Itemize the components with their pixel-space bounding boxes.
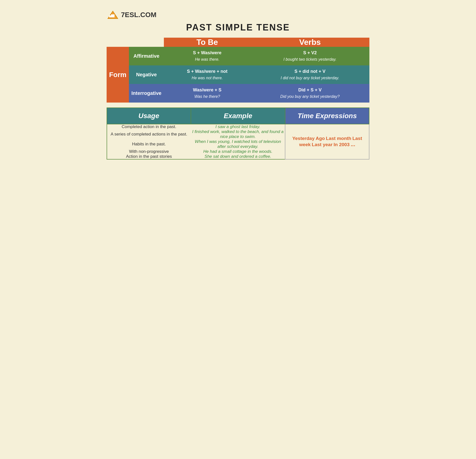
usage-row-0: Completed action in the past. I saw a gh…: [107, 124, 369, 129]
form-header-empty: [107, 38, 164, 47]
negative-verbs-cell: S + did not + V I did not buy any ticket…: [250, 65, 369, 84]
example-2: When I was young, I watched lots of tele…: [191, 139, 285, 149]
page-wrapper: 7ESL.COM PAST SIMPLE TENSE To Be Verbs F…: [102, 5, 374, 164]
affirmative-label: Affirmative: [129, 47, 164, 65]
logo-area: 7ESL.COM: [107, 10, 369, 20]
form-table: To Be Verbs Form Affirmative S + Was/wer…: [107, 38, 369, 103]
usage-table: Usage Example Time Expressions Completed…: [107, 108, 369, 160]
usage-1: A series of completed actions in the pas…: [107, 129, 191, 139]
usage-4: Action in the past stories: [107, 154, 191, 159]
affirmative-row: Form Affirmative S + Was/were He was the…: [107, 47, 369, 65]
usage-2: Habits in the past.: [107, 139, 191, 149]
time-expressions-header: Time Expressions: [285, 108, 369, 124]
interrogative-row: Interrogative Was/were + S Was he there?…: [107, 84, 369, 103]
usage-0: Completed action in the past.: [107, 124, 191, 129]
negative-label: Negative: [129, 65, 164, 84]
tobe-header: To Be: [164, 38, 250, 47]
main-title: PAST SIMPLE TENSE: [107, 22, 369, 33]
example-1: I finished work, walked to the beach, an…: [191, 129, 285, 139]
example-3: He had a small cottage in the woods.: [191, 149, 285, 154]
form-header-row: To Be Verbs: [107, 38, 369, 47]
time-expr-2: Last month: [326, 136, 351, 141]
usage-table-wrapper: Usage Example Time Expressions Completed…: [107, 108, 369, 160]
form-label: Form: [107, 47, 129, 103]
time-expressions-list: Yesterday Ago Last month Last week Last …: [290, 136, 364, 148]
example-0: I saw a ghost last friday.: [191, 124, 285, 129]
negative-row: Negative S + Was/were + not He was not t…: [107, 65, 369, 84]
time-expr-1: Ago: [316, 136, 325, 141]
time-expressions-cell: Yesterday Ago Last month Last week Last …: [285, 124, 369, 159]
affirmative-verbs-cell: S + V2 I bought two tickets yesterday.: [250, 47, 369, 65]
time-expr-0: Yesterday: [292, 136, 315, 141]
verbs-header: Verbs: [250, 38, 369, 47]
negative-tobe-cell: S + Was/were + not He was not there.: [164, 65, 250, 84]
form-table-wrapper: To Be Verbs Form Affirmative S + Was/wer…: [107, 38, 369, 103]
svg-rect-2: [109, 15, 111, 17]
example-4: She sat down and ordered a coffee.: [191, 154, 285, 159]
time-expr-5: In 2003: [334, 142, 350, 147]
usage-3: With non-progressive: [107, 149, 191, 154]
affirmative-tobe-cell: S + Was/were He was there.: [164, 47, 250, 65]
svg-rect-1: [111, 14, 115, 17]
interrogative-label: Interrogative: [129, 84, 164, 103]
time-expr-6: ...: [351, 141, 355, 147]
interrogative-verbs-cell: Did + S + V Did you buy any ticket yeste…: [250, 84, 369, 103]
usage-header: Usage: [107, 108, 191, 124]
interrogative-tobe-cell: Was/were + S Was he there?: [164, 84, 250, 103]
usage-header-row: Usage Example Time Expressions: [107, 108, 369, 124]
logo-text: 7ESL.COM: [121, 11, 156, 19]
time-expr-4: Last year: [312, 142, 332, 147]
example-header: Example: [191, 108, 285, 124]
logo-icon: [107, 10, 119, 20]
